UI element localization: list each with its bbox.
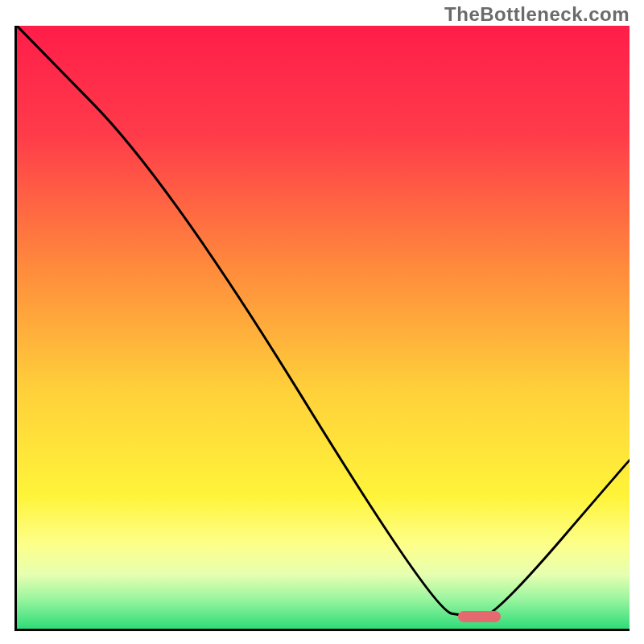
watermark-text: TheBottleneck.com <box>444 3 630 26</box>
optimal-marker <box>458 611 501 622</box>
bottleneck-curve <box>17 26 630 629</box>
plot-area <box>14 26 630 631</box>
